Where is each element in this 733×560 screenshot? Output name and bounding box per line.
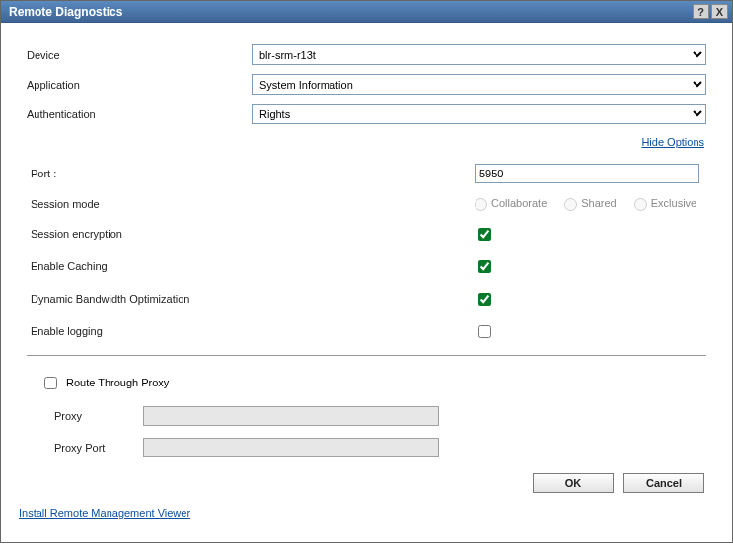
enable-caching-row: Enable Caching bbox=[27, 257, 706, 276]
install-viewer-row: Install Remote Management Viewer bbox=[17, 503, 706, 532]
session-mode-radios: Collaborate Shared Exclusive bbox=[475, 197, 706, 211]
session-encryption-checkbox[interactable] bbox=[478, 228, 491, 241]
proxy-port-row: Proxy Port bbox=[54, 438, 706, 457]
help-button[interactable]: ? bbox=[693, 4, 709, 19]
session-encryption-row: Session encryption bbox=[27, 225, 706, 244]
titlebar-buttons: ? X bbox=[693, 4, 728, 19]
route-through-proxy-checkbox[interactable] bbox=[44, 377, 57, 389]
close-button[interactable]: X bbox=[711, 4, 728, 19]
session-encryption-label: Session encryption bbox=[27, 228, 475, 240]
mode-shared-radio bbox=[564, 198, 577, 211]
proxy-port-label: Proxy Port bbox=[54, 442, 143, 454]
enable-caching-control bbox=[475, 257, 706, 276]
cancel-button[interactable]: Cancel bbox=[623, 473, 704, 493]
device-select[interactable]: blr-srm-r13t bbox=[252, 44, 706, 65]
separator bbox=[27, 355, 706, 356]
proxy-host-label: Proxy bbox=[54, 410, 143, 422]
enable-logging-row: Enable logging bbox=[27, 322, 706, 341]
mode-exclusive-radio bbox=[634, 198, 647, 211]
proxy-host-input bbox=[143, 406, 439, 426]
enable-caching-label: Enable Caching bbox=[27, 260, 475, 272]
proxy-block: Route Through Proxy Proxy Proxy Port bbox=[40, 374, 706, 457]
session-mode-label: Session mode bbox=[27, 198, 475, 210]
install-viewer-link[interactable]: Install Remote Management Viewer bbox=[19, 507, 190, 519]
enable-caching-checkbox[interactable] bbox=[478, 260, 491, 273]
mode-exclusive: Exclusive bbox=[634, 197, 696, 211]
mode-exclusive-label: Exclusive bbox=[651, 197, 696, 209]
device-label: Device bbox=[27, 49, 252, 61]
enable-logging-control bbox=[475, 322, 706, 341]
mode-shared: Shared bbox=[564, 197, 616, 211]
session-mode-row: Session mode Collaborate Shared Exclusiv… bbox=[27, 197, 706, 211]
port-row: Port : bbox=[27, 164, 706, 183]
titlebar: Remote Diagnostics ? X bbox=[1, 1, 732, 23]
application-select-wrap: System Information bbox=[252, 74, 706, 95]
mode-shared-label: Shared bbox=[581, 197, 616, 209]
mode-collaborate-radio bbox=[475, 198, 487, 211]
mode-collaborate-label: Collaborate bbox=[491, 197, 547, 209]
application-label: Application bbox=[27, 79, 252, 91]
authentication-select[interactable]: Rights bbox=[252, 104, 706, 124]
route-through-proxy-row: Route Through Proxy bbox=[40, 374, 706, 392]
application-row: Application System Information bbox=[27, 74, 706, 95]
hide-options-row: Hide Options bbox=[27, 136, 704, 148]
dialog-title: Remote Diagnostics bbox=[9, 5, 122, 19]
device-row: Device blr-srm-r13t bbox=[27, 44, 706, 65]
session-encryption-control bbox=[475, 225, 706, 244]
dynamic-bw-control bbox=[475, 290, 706, 309]
enable-logging-label: Enable logging bbox=[27, 325, 475, 337]
hide-options-link[interactable]: Hide Options bbox=[641, 136, 704, 148]
ok-button[interactable]: OK bbox=[533, 473, 614, 493]
dialog-button-row: OK Cancel bbox=[27, 473, 704, 493]
device-select-wrap: blr-srm-r13t bbox=[252, 44, 706, 65]
mode-collaborate: Collaborate bbox=[475, 197, 547, 211]
proxy-host-row: Proxy bbox=[54, 406, 706, 426]
authentication-select-wrap: Rights bbox=[252, 104, 706, 124]
application-select[interactable]: System Information bbox=[252, 74, 706, 95]
options-block: Port : Session mode Collaborate Shared E… bbox=[27, 164, 706, 341]
enable-logging-checkbox[interactable] bbox=[478, 325, 491, 338]
dynamic-bw-checkbox[interactable] bbox=[478, 293, 491, 306]
authentication-row: Authentication Rights bbox=[27, 104, 706, 124]
remote-diagnostics-dialog: Remote Diagnostics ? X Device blr-srm-r1… bbox=[0, 0, 733, 543]
port-control bbox=[475, 164, 706, 183]
dialog-content: Device blr-srm-r13t Application System I… bbox=[1, 23, 732, 542]
authentication-label: Authentication bbox=[27, 108, 252, 120]
proxy-port-input bbox=[143, 438, 439, 457]
route-through-proxy-label: Route Through Proxy bbox=[66, 377, 169, 388]
port-input[interactable] bbox=[475, 164, 699, 183]
dynamic-bw-label: Dynamic Bandwidth Optimization bbox=[27, 293, 475, 305]
port-label: Port : bbox=[27, 168, 475, 179]
dynamic-bw-row: Dynamic Bandwidth Optimization bbox=[27, 290, 706, 309]
